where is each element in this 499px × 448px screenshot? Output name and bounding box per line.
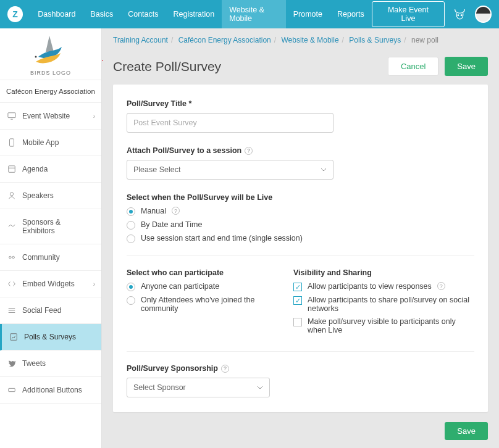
sidebar-item-mobile-app[interactable]: Mobile App: [0, 130, 101, 156]
svg-rect-10: [9, 388, 15, 391]
help-icon[interactable]: ?: [172, 207, 180, 215]
checkbox-visible-live[interactable]: [293, 318, 302, 326]
twitter-icon: [7, 359, 16, 368]
make-event-live-button[interactable]: Make Event Live: [372, 1, 445, 27]
svg-rect-5: [9, 166, 15, 173]
top-nav: Dashboard Basics Contacts Registration W…: [30, 0, 372, 28]
sidebar-item-embed-widgets[interactable]: Embed Widgets ›: [0, 271, 101, 297]
checkbox-view-responses[interactable]: ✓: [293, 283, 302, 291]
radio-live-bydate[interactable]: [127, 221, 135, 230]
select-value: Select Sponsor: [133, 383, 186, 392]
crumb-link[interactable]: Training Account: [113, 36, 168, 44]
sidebar-item-sponsors[interactable]: Sponsors & Exhibitors: [0, 209, 101, 244]
sidebar-label: Agenda: [22, 165, 48, 173]
svg-rect-3: [8, 113, 15, 118]
svg-point-2: [35, 56, 37, 58]
sidebar-label: Embed Widgets: [22, 280, 75, 288]
sidebar-item-agenda[interactable]: Agenda: [0, 156, 101, 183]
radio-label: Manual: [141, 207, 166, 215]
radio-label: By Date and Time: [141, 220, 202, 229]
form-panel: Poll/Survey Title * Attach Poll/Survey t…: [113, 85, 488, 412]
cancel-button[interactable]: Cancel: [388, 57, 438, 76]
sidebar-item-additional-buttons[interactable]: Additional Buttons: [0, 377, 101, 404]
brand-logo[interactable]: Z: [7, 6, 23, 22]
community-icon: [7, 253, 16, 262]
nav-dashboard[interactable]: Dashboard: [30, 0, 83, 28]
crumb-link[interactable]: Website & Mobile: [281, 36, 338, 44]
sidebar-label: Polls & Surveys: [24, 333, 76, 341]
radio-live-manual[interactable]: [127, 207, 135, 216]
sidebar-label: Additional Buttons: [22, 386, 82, 394]
select-value: Please Select: [133, 165, 180, 174]
user-avatar[interactable]: [475, 6, 492, 23]
chevron-right-icon: ›: [93, 113, 95, 120]
sidebar-item-event-website[interactable]: Event Website ›: [0, 103, 101, 130]
sidebar-label: Event Website: [22, 112, 70, 120]
svg-rect-4: [10, 139, 14, 146]
sponsorship-label: Poll/Survey Sponsorship?: [127, 364, 474, 373]
help-icon[interactable]: ?: [245, 147, 253, 155]
speaker-icon: [7, 191, 16, 200]
sidebar-label: Tweets: [22, 359, 46, 368]
nav-registration[interactable]: Registration: [166, 0, 222, 28]
radio-participate-attendees[interactable]: [127, 296, 135, 305]
field-sponsorship: Poll/Survey Sponsorship? Select Sponsor: [127, 364, 474, 397]
radio-live-session[interactable]: [127, 234, 135, 243]
field-attach-session: Attach Poll/Survey to a session? Please …: [127, 146, 474, 180]
help-icon[interactable]: ?: [437, 282, 445, 290]
sidebar-item-social-feed[interactable]: Social Feed: [0, 297, 101, 324]
visibility-label: Visibility and Sharing: [293, 268, 474, 277]
sidebar-item-community[interactable]: Community: [0, 244, 101, 271]
checkbox-share-social[interactable]: ✓: [293, 296, 302, 305]
attach-label: Attach Poll/Survey to a session?: [127, 146, 474, 155]
sidebar-label: Social Feed: [22, 306, 61, 315]
annotation-arrow-icon: [102, 53, 104, 68]
field-title: Poll/Survey Title *: [127, 99, 474, 133]
nav-promote[interactable]: Promote: [286, 0, 330, 28]
mobile-icon: [7, 138, 16, 147]
crumb-link[interactable]: Cafécon Energy Association: [178, 36, 271, 44]
chevron-right-icon: ›: [93, 281, 95, 288]
svg-point-7: [9, 256, 12, 259]
title-input[interactable]: [127, 113, 333, 133]
sidebar: BIRDS LOGO Cafécon Energy Association Ev…: [0, 28, 102, 448]
nav-website-mobile[interactable]: Website & Mobile: [222, 0, 285, 28]
feed-icon: [7, 306, 16, 315]
radio-label: Anyone can participate: [141, 282, 219, 291]
chevron-down-icon: [321, 168, 327, 172]
save-button[interactable]: Save: [445, 57, 488, 76]
sidebar-item-polls-surveys[interactable]: Polls & Surveys: [0, 324, 101, 351]
live-label: Select when the Poll/Survey will be Live: [127, 193, 474, 202]
svg-point-1: [461, 14, 463, 16]
help-icon[interactable]: ?: [221, 365, 229, 373]
sidebar-item-tweets[interactable]: Tweets: [0, 351, 101, 377]
nav-reports[interactable]: Reports: [330, 0, 372, 28]
chevron-down-icon: [257, 386, 263, 389]
sidebar-label: Speakers: [22, 191, 54, 200]
title-label: Poll/Survey Title *: [127, 99, 474, 108]
sidebar-label: Sponsors & Exhibitors: [22, 218, 94, 235]
divider: [127, 255, 474, 256]
attach-session-select[interactable]: Please Select: [127, 160, 333, 180]
handshake-icon: [7, 222, 16, 231]
agenda-icon: [7, 165, 16, 173]
nav-basics[interactable]: Basics: [83, 0, 120, 28]
svg-rect-9: [10, 334, 17, 341]
nav-contacts[interactable]: Contacts: [120, 0, 166, 28]
participate-label: Select who can participate: [127, 268, 269, 277]
radio-participate-anyone[interactable]: [127, 283, 135, 291]
sidebar-item-speakers[interactable]: Speakers: [0, 183, 101, 209]
sidebar-label: Mobile App: [22, 138, 59, 147]
sponsorship-select[interactable]: Select Sponsor: [127, 378, 270, 397]
field-visibility: Visibility and Sharing ✓Allow participan…: [293, 268, 474, 339]
sidebar-label: Community: [22, 253, 60, 262]
content-area: Training Account/ Cafécon Energy Associa…: [102, 28, 499, 448]
save-button-footer[interactable]: Save: [445, 422, 488, 440]
crumb-link[interactable]: Polls & Surveys: [349, 36, 401, 44]
svg-point-8: [12, 256, 15, 259]
radio-label: Use session start and end time (single s…: [141, 234, 303, 243]
radio-label: Only Attendees who've joined the communi…: [141, 296, 269, 313]
svg-point-0: [458, 14, 459, 16]
owl-icon[interactable]: [453, 8, 466, 20]
org-logo-area: BIRDS LOGO: [0, 28, 101, 80]
